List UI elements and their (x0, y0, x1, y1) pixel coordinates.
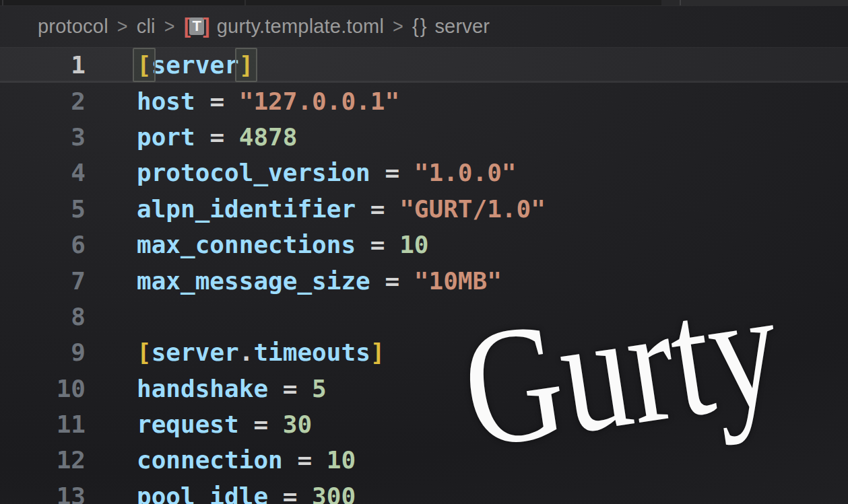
code-line[interactable]: max_message_size = "10MB" (137, 267, 502, 295)
token-op: = (356, 231, 399, 258)
token-key: port (137, 123, 195, 151)
breadcrumb-item-cli[interactable]: cli (137, 15, 156, 38)
token-key: max_message_size (137, 267, 370, 295)
token-num: 10 (327, 446, 356, 474)
token-str: "10MB" (414, 267, 502, 295)
token-key: pool_idle (137, 482, 268, 504)
code-line[interactable]: handshake = 5 (137, 375, 327, 402)
line-number: 12 (0, 446, 86, 474)
token-key: request (137, 410, 239, 438)
token-op: = (239, 410, 283, 438)
chevron-right-icon: > (164, 15, 175, 38)
code-line[interactable]: alpn_identifier = "GURT/1.0" (137, 195, 546, 223)
token-str: "1.0.0" (414, 159, 517, 186)
code-line[interactable]: [server.timeouts] (137, 338, 385, 366)
line-number: 6 (0, 231, 86, 258)
line-number: 8 (0, 303, 86, 330)
token-op: = (268, 375, 312, 402)
code-line[interactable]: port = 4878 (137, 123, 297, 151)
token-num: 4878 (239, 123, 298, 151)
code-line[interactable]: connection = 10 (137, 446, 356, 474)
tab-segment[interactable] (0, 0, 244, 5)
token-op: = (370, 159, 414, 186)
code-line[interactable]: max_connections = 10 (137, 231, 429, 258)
token-key: alpn_identifier (137, 195, 356, 223)
code-row[interactable]: 5alpn_identifier = "GURT/1.0" (0, 191, 848, 227)
code-row[interactable]: 11request = 30 (0, 406, 848, 442)
code-row[interactable]: 8 (0, 299, 848, 334)
line-number: 4 (0, 159, 86, 186)
code-row[interactable]: 9[server.timeouts] (0, 334, 848, 370)
toml-icon-bracket: ] (203, 14, 210, 38)
token-key: connection (137, 446, 283, 474)
code-row[interactable]: 1[server] (0, 47, 848, 83)
code-row[interactable]: 4protocol_version = "1.0.0" (0, 155, 848, 190)
token-str: "127.0.0.1" (239, 87, 399, 115)
token-punct: . (239, 338, 254, 366)
token-str: "GURT/1.0" (399, 195, 546, 223)
code-row[interactable]: 2host = "127.0.0.1" (0, 83, 848, 118)
token-num: 300 (312, 482, 356, 504)
tab-segment[interactable] (246, 0, 661, 5)
line-number: 2 (0, 87, 86, 115)
breadcrumb-item-symbol[interactable]: server (434, 15, 490, 38)
code-row[interactable]: 6max_connections = 10 (0, 227, 848, 262)
token-op: = (195, 123, 239, 151)
token-key: handshake (137, 375, 268, 402)
toml-file-icon: [T] (184, 14, 210, 38)
line-number: 9 (0, 338, 86, 366)
code-line[interactable]: protocol_version = "1.0.0" (137, 159, 517, 186)
token-num: 10 (399, 231, 428, 258)
tab-segment[interactable] (661, 0, 680, 5)
token-key: server (152, 51, 239, 79)
tab-bar (0, 0, 848, 5)
code-row[interactable]: 10handshake = 5 (0, 371, 848, 406)
token-op: = (283, 446, 327, 474)
line-number: 1 (0, 51, 86, 79)
token-op: = (370, 267, 414, 295)
token-key: protocol_version (137, 159, 370, 186)
code-row[interactable]: 13pool_idle = 300 (0, 478, 848, 504)
token-bracket: ] (370, 338, 385, 366)
code-line[interactable]: request = 30 (137, 410, 312, 438)
tab-segment[interactable] (681, 0, 848, 5)
tab-divider (2, 0, 3, 5)
token-op: = (356, 195, 399, 223)
code-line[interactable]: pool_idle = 300 (137, 482, 356, 504)
breadcrumb: protocol > cli > [T] gurty.template.toml… (0, 6, 848, 46)
token-num: 30 (283, 410, 312, 438)
line-number: 3 (0, 123, 86, 151)
symbol-braces-icon: {} (412, 15, 428, 38)
code-row[interactable]: 7max_message_size = "10MB" (0, 262, 848, 298)
code-row[interactable]: 3port = 4878 (0, 119, 848, 155)
token-op: = (268, 482, 312, 504)
toml-icon-letter: T (189, 17, 204, 35)
line-number: 11 (0, 410, 86, 438)
token-num: 5 (312, 375, 327, 402)
token-bracket: ] (239, 51, 254, 79)
chevron-right-icon: > (393, 15, 403, 38)
breadcrumb-item-protocol[interactable]: protocol (38, 15, 108, 38)
line-number: 7 (0, 267, 86, 295)
code-line[interactable]: [server] (137, 51, 253, 79)
line-number: 10 (0, 375, 86, 402)
code-editor[interactable]: 1[server]2host = "127.0.0.1"3port = 4878… (0, 47, 848, 504)
token-key: server (152, 338, 239, 366)
token-key: max_connections (137, 231, 356, 258)
code-line[interactable]: host = "127.0.0.1" (137, 87, 399, 115)
token-key: host (137, 87, 195, 115)
code-row[interactable]: 12connection = 10 (0, 442, 848, 478)
token-bracket: [ (137, 338, 152, 366)
line-number: 5 (0, 195, 86, 223)
line-number: 13 (0, 482, 86, 504)
token-op: = (195, 87, 239, 115)
bracket-match-highlight: [ (137, 51, 152, 79)
breadcrumb-item-file[interactable]: gurty.template.toml (217, 15, 384, 38)
bracket-match-highlight: ] (239, 51, 254, 79)
token-bracket: [ (137, 51, 152, 79)
chevron-right-icon: > (117, 15, 128, 38)
token-key: timeouts (253, 338, 370, 366)
